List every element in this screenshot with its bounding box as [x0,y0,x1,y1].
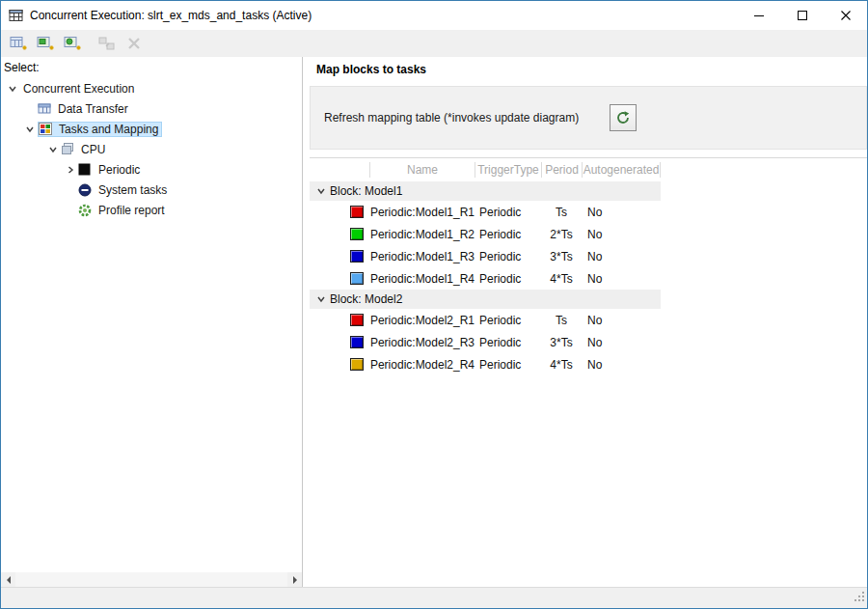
group-label: Block: Model1 [330,184,402,198]
task-period: 2*Ts [541,228,582,241]
chevron-down-icon[interactable] [312,294,330,304]
tree-item-label: Profile report [95,203,168,218]
close-button[interactable] [824,1,867,30]
task-autogenerated: No [582,272,661,286]
add-periodic-task-button[interactable] [33,32,57,55]
system-tasks-icon [78,183,95,197]
tree-item-data-transfer[interactable]: Data Transfer [1,98,302,119]
tree-item-periodic[interactable]: Periodic [1,159,302,180]
task-autogenerated: No [582,206,661,219]
task-autogenerated: No [582,336,661,349]
scroll-right-icon [293,576,297,584]
task-color-icon [350,206,364,218]
task-color-icon [350,228,364,240]
task-name: Periodic:Model1_R2 [370,228,475,241]
refresh-button[interactable] [610,104,637,131]
task-trigger-type: Periodic [475,358,541,372]
maximize-button[interactable] [780,1,824,30]
minimize-icon [754,15,764,16]
add-aperiodic-task-icon [64,36,81,52]
table-group-row[interactable]: Block: Model2 [310,290,661,309]
chevron-down-icon[interactable] [312,186,330,196]
chevron-down-icon[interactable] [5,84,20,94]
close-icon [841,11,851,20]
add-periodic-task-icon [37,36,54,52]
tree-item-system-tasks[interactable]: System tasks [1,180,302,200]
select-label: Select: [1,57,302,78]
task-trigger-type: Periodic [475,336,541,349]
task-trigger-type: Periodic [475,250,541,263]
tree-item-tasks-and-mapping[interactable]: Tasks and Mapping [1,119,302,139]
task-period: 4*Ts [541,358,582,372]
app-icon [9,9,24,23]
convert-button [95,32,119,55]
table-header: Name TriggerType Period Autogenerated [310,158,661,181]
chevron-down-icon[interactable] [45,145,61,154]
task-trigger-type: Periodic [475,206,541,219]
selected-tree-item: Tasks and Mapping [38,122,162,137]
scrollbar-track[interactable] [15,572,287,587]
delete-button [122,32,146,55]
tree-item-concurrent-execution[interactable]: Concurrent Execution [1,78,302,98]
tree-item-cpu[interactable]: CPU [1,139,302,159]
task-period: Ts [541,314,582,327]
data-transfer-icon [38,102,55,115]
task-color-icon [350,358,364,371]
chevron-right-icon[interactable] [63,165,78,175]
table-body: Block: Model1Periodic:Model1_R1PeriodicT… [310,181,867,375]
toolbar [1,30,867,57]
table-row[interactable]: Periodic:Model1_R3Periodic3*TsNo [310,245,661,267]
tree-item-label: Tasks and Mapping [56,123,161,136]
table-row[interactable]: Periodic:Model2_R4Periodic4*TsNo [310,353,661,375]
task-color-icon [350,250,364,263]
main-panel-title: Map blocks to tasks [310,61,867,82]
task-autogenerated: No [582,358,661,372]
tree-item-label: CPU [78,142,108,157]
table-row[interactable]: Periodic:Model2_R1PeriodicTsNo [310,309,661,331]
task-period: 4*Ts [541,272,582,286]
task-name: Periodic:Model1_R1 [370,206,475,219]
sidebar: Select: Concurrent Execution [1,57,303,587]
horizontal-scrollbar[interactable] [1,572,302,587]
convert-icon [98,36,116,52]
scroll-left-button[interactable] [1,572,15,587]
add-data-transfer-icon [10,36,27,52]
tree-item-label: Periodic [95,162,143,178]
group-label: Block: Model2 [330,292,402,306]
delete-icon [127,37,141,50]
table-group-row[interactable]: Block: Model1 [310,181,661,201]
refresh-label: Refresh mapping table (*invokes update d… [324,111,579,125]
table-row[interactable]: Periodic:Model1_R4Periodic4*TsNo [310,267,661,290]
column-header-triggertype: TriggerType [475,162,541,178]
tree-item-profile-report[interactable]: Profile report [1,200,302,220]
task-autogenerated: No [582,314,661,327]
table-row[interactable]: Periodic:Model1_R2Periodic2*TsNo [310,223,661,245]
concurrent-execution-window: Concurrent Execution: slrt_ex_mds_and_ta… [0,0,868,609]
add-data-transfer-button[interactable] [6,32,30,55]
tasks-and-mapping-icon [39,123,56,135]
task-name: Periodic:Model2_R1 [370,314,475,327]
task-color-icon [350,336,364,348]
periodic-icon [78,163,95,176]
task-autogenerated: No [582,250,661,263]
task-name: Periodic:Model1_R4 [370,272,475,286]
scroll-left-icon [7,576,11,584]
chevron-down-icon[interactable] [22,125,38,134]
maximize-icon [798,11,807,20]
task-period: 3*Ts [541,336,582,349]
task-color-icon [350,272,364,285]
tree-item-label: System tasks [95,182,170,198]
task-trigger-type: Periodic [475,228,541,241]
task-period: 3*Ts [541,250,582,263]
column-header-name: Name [369,162,475,178]
statusbar [1,587,867,608]
add-aperiodic-task-button[interactable] [60,32,84,55]
tree: Concurrent Execution Data Transfer [1,78,302,220]
scroll-right-button[interactable] [287,572,302,587]
titlebar: Concurrent Execution: slrt_ex_mds_and_ta… [1,1,867,30]
table-row[interactable]: Periodic:Model2_R3Periodic3*TsNo [310,331,661,353]
minimize-button[interactable] [737,1,780,30]
resize-grip[interactable] [854,589,865,606]
window-controls [737,1,867,30]
table-row[interactable]: Periodic:Model1_R1PeriodicTsNo [310,201,661,223]
